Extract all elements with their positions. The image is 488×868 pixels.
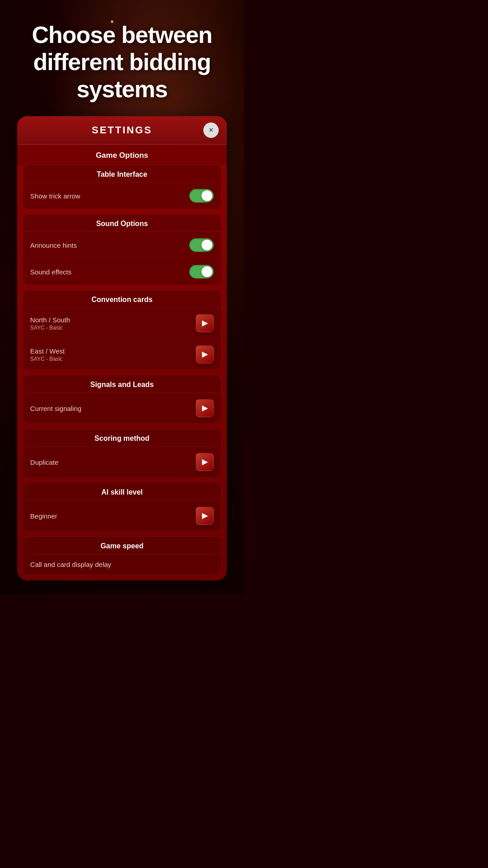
sound-effects-label: Sound effects [30,268,71,276]
sound-effects-row: Sound effects [23,259,221,285]
table-interface-card: Table Interface Show trick arrow [23,165,221,209]
beginner-label: Beginner [30,512,57,520]
north-south-arrow-icon: ▶ [202,320,207,327]
north-south-arrow-button[interactable]: ▶ [196,314,214,332]
call-and-card-row: Call and card display delay [23,554,221,575]
game-options-header: Game Options [17,145,227,165]
ai-skill-level-card: AI skill level Beginner ▶ [23,482,221,532]
show-trick-arrow-toggle[interactable] [189,189,214,203]
ai-skill-arrow-icon: ▶ [202,512,207,519]
settings-header: SETTINGS × [17,116,227,145]
sound-effects-toggle[interactable] [189,265,214,278]
scoring-method-arrow-icon: ▶ [202,458,207,466]
north-south-label: North / South [30,316,70,324]
east-west-arrow-button[interactable]: ▶ [196,345,214,363]
settings-title: SETTINGS [92,124,152,136]
close-button[interactable]: × [203,123,219,138]
east-west-row: East / West SAYC - Basic ▶ [23,339,221,370]
scoring-method-title: Scoring method [23,429,221,447]
hero-title: Choose between different bidding systems [18,22,226,103]
ai-skill-level-title: AI skill level [23,483,221,500]
current-signaling-arrow-icon: ▶ [202,405,207,412]
duplicate-label: Duplicate [30,458,59,466]
east-west-label: East / West [30,347,65,355]
announce-hints-label: Announce hints [30,241,77,249]
duplicate-row: Duplicate ▶ [23,447,221,477]
current-signaling-label: Current signaling [30,405,81,412]
current-signaling-arrow-button[interactable]: ▶ [196,399,214,417]
announce-hints-row: Announce hints [23,232,221,259]
signals-and-leads-title: Signals and Leads [23,375,221,393]
scoring-method-arrow-button[interactable]: ▶ [196,453,214,471]
convention-cards-title: Convention cards [23,290,221,308]
show-trick-arrow-label: Show trick arrow [30,192,80,200]
announce-hints-toggle[interactable] [189,238,214,252]
current-signaling-row: Current signaling ▶ [23,393,221,424]
settings-panel: SETTINGS × Game Options Table Interface … [17,116,227,580]
show-trick-arrow-row: Show trick arrow [23,183,221,209]
hero-section: Choose between different bidding systems [0,0,244,116]
north-south-value: SAYC - Basic [30,325,70,331]
call-and-card-label: Call and card display delay [30,561,111,568]
table-interface-title: Table Interface [23,165,221,183]
scoring-method-card: Scoring method Duplicate ▶ [23,429,221,478]
beginner-row: Beginner ▶ [23,500,221,531]
ai-skill-arrow-button[interactable]: ▶ [196,507,214,525]
convention-cards-card: Convention cards North / South SAYC - Ba… [23,290,221,370]
close-icon: × [209,127,213,134]
game-speed-title: Game speed [23,537,221,554]
east-west-group: East / West SAYC - Basic [30,347,65,362]
east-west-arrow-icon: ▶ [202,351,207,358]
game-speed-card: Game speed Call and card display delay [23,536,221,575]
signals-and-leads-card: Signals and Leads Current signaling ▶ [23,375,221,424]
north-south-row: North / South SAYC - Basic ▶ [23,308,221,339]
east-west-value: SAYC - Basic [30,356,65,362]
north-south-group: North / South SAYC - Basic [30,316,70,331]
sound-options-card: Sound Options Announce hints Sound effec… [23,214,221,285]
sound-options-title: Sound Options [23,214,221,232]
